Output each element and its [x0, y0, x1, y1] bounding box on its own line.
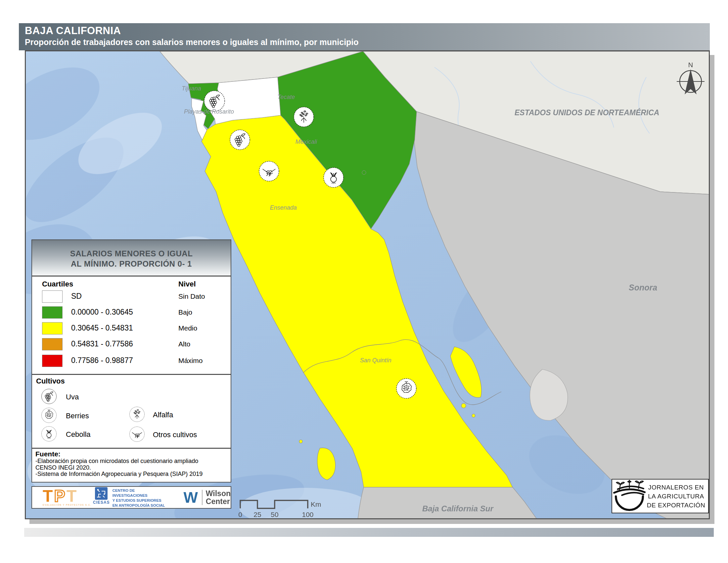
- jornaleros-text-line: JORNALEROS EN: [646, 483, 706, 492]
- other-crops-icon: [259, 161, 279, 181]
- alfalfa-icon: [294, 107, 314, 127]
- ciesas-text-line: CENTRO DE INVESTIGACIONES: [113, 488, 171, 498]
- ciesas-text-line: Y ESTUDIOS SUPERIORES: [113, 498, 171, 503]
- map-label-usa: ESTADOS UNIDOS DE NORTEAMÉRICA: [515, 108, 659, 117]
- ciesas-icon: [95, 487, 108, 500]
- legend-title-line2: AL MÍNIMO. PROPORCIÓN 0- 1: [32, 258, 231, 269]
- legend-panel: SALARIOS MENORES O IGUAL AL MÍNIMO. PROP…: [31, 239, 231, 483]
- map-label-ensenada: Ensenada: [270, 204, 297, 211]
- region-bcs: [358, 487, 538, 518]
- tpt-letter: T: [67, 487, 78, 505]
- map-label-playas: Playas de Rosarito: [184, 108, 234, 115]
- wilson-center-logo: W Wilson Center: [183, 490, 231, 505]
- legend-level: Sin Dato: [178, 293, 205, 301]
- onion-icon: [324, 167, 343, 187]
- page-title: BAJA CALIFORNIA: [25, 25, 710, 36]
- header-bar: BAJA CALIFORNIA Proporción de trabajador…: [19, 23, 710, 50]
- wilson-name-line: Wilson: [206, 490, 231, 497]
- wilson-divider: [202, 490, 203, 505]
- grape-icon: [230, 130, 250, 150]
- source-line: -Elaboración propia con microdatos del c…: [35, 458, 228, 465]
- jornaleros-text-line: LA AGRICULTURA: [646, 492, 706, 501]
- map-label-mexicali: Mexicali: [296, 138, 317, 145]
- legend-swatch-bajo: [42, 306, 63, 319]
- legend-source: Fuente: -Elaboración propia con microdat…: [32, 449, 231, 482]
- map-label-san-quintin: San Quintín: [360, 357, 391, 364]
- map-label-sonora: Sonora: [629, 283, 657, 292]
- legend-row: SD Sin Dato: [32, 291, 231, 303]
- legend-swatch-medio: [42, 322, 63, 335]
- legend-swatch-maximo: [42, 355, 63, 367]
- tpt-logo: TPT EVALUACIÓN Y PROYECTOS S.C.: [43, 489, 79, 506]
- cultivo-label: Uva: [66, 393, 79, 401]
- tpt-subtext: EVALUACIÓN Y PROYECTOS S.C.: [43, 504, 79, 506]
- legend-swatch-sd: [42, 291, 63, 303]
- legend-level: Alto: [178, 340, 190, 348]
- ciesas-text-line: EN ANTROPOLOGÍA SOCIAL: [113, 503, 171, 508]
- wilson-name-line: Center: [206, 497, 231, 505]
- jornaleros-logo-box: JORNALEROS EN LA AGRICULTURA DE EXPORTAC…: [612, 479, 709, 513]
- cultivo-label: Alfalfa: [153, 411, 173, 419]
- legend-title-line1: SALARIOS MENORES O IGUAL: [32, 248, 231, 258]
- map-label-bcs: Baja California Sur: [422, 504, 494, 513]
- legend-row: 0.00000 - 0.30645 Bajo: [32, 306, 231, 319]
- jornaleros-field-icon: [613, 480, 646, 513]
- map-label-tijuana: Tijuana: [182, 85, 201, 92]
- scale-tick-0: 0: [238, 511, 242, 518]
- legend-range: 0.77586 - 0.98877: [71, 356, 133, 365]
- legend-level: Bajo: [178, 308, 192, 316]
- ciesas-logo: CIESAS CENTRO DE INVESTIGACIONES Y ESTUD…: [93, 487, 171, 508]
- logos-box: TPT EVALUACIÓN Y PROYECTOS S.C. CIESAS: [31, 486, 231, 509]
- source-header: Fuente:: [35, 450, 228, 458]
- legend-range: SD: [71, 292, 82, 301]
- ciesas-acronym: CIESAS: [93, 500, 110, 505]
- legend-cultivos: Cultivos Uva Berries Cebolla Alfalfa Otr…: [32, 375, 231, 449]
- scale-tick-100: 100: [302, 511, 313, 518]
- grape-icon: [41, 389, 57, 404]
- green-islet: [362, 170, 366, 174]
- legend-level-header: Nivel: [178, 280, 196, 289]
- legend-range: 0.00000 - 0.30645: [71, 308, 133, 317]
- tpt-letter: P: [54, 487, 67, 505]
- scale-unit: Km: [311, 500, 321, 508]
- cultivos-header: Cultivos: [36, 377, 65, 386]
- legend-row: 0.77586 - 0.98877 Máximo: [32, 355, 231, 367]
- legend-range: 0.30645 - 0.54831: [71, 324, 133, 333]
- source-line: CENSO INEGI 2020.: [35, 465, 228, 471]
- jornaleros-text-line: DE EXPORTACIÓN: [646, 501, 706, 510]
- cultivo-label: Berries: [66, 412, 89, 420]
- wilson-w-mark: W: [183, 490, 198, 505]
- scale-tick-50: 50: [271, 511, 278, 518]
- cultivo-label: Cebolla: [66, 430, 91, 439]
- legend-level: Medio: [178, 324, 197, 332]
- scale-tick-25: 25: [253, 511, 261, 518]
- berries-icon: [396, 379, 416, 399]
- legend-swatch-alto: [42, 338, 63, 351]
- cultivo-label: Otros cultivos: [153, 431, 197, 439]
- other-crops-icon: [129, 427, 145, 442]
- tpt-letter: T: [43, 487, 54, 505]
- onion-icon: [41, 426, 57, 442]
- legend-classes: Cuartiles Nivel SD Sin Dato 0.00000 - 0.…: [32, 276, 231, 375]
- legend-range: 0.54831 - 0.77586: [71, 340, 133, 349]
- legend-quartiles-header: Cuartiles: [42, 280, 73, 289]
- alfalfa-icon: [129, 407, 145, 422]
- berries-icon: [41, 408, 57, 423]
- map-label-tecate: Tecate: [277, 94, 295, 100]
- legend-row: 0.30645 - 0.54831 Medio: [32, 322, 231, 335]
- legend-row: 0.54831 - 0.77586 Alto: [32, 338, 231, 351]
- source-line: -Sistema de Información Agropecuaria y P…: [35, 471, 228, 478]
- page-subtitle: Proporción de trabajadores con salarios …: [25, 37, 710, 47]
- legend-title: SALARIOS MENORES O IGUAL AL MÍNIMO. PROP…: [32, 240, 231, 276]
- north-label: N: [688, 61, 693, 69]
- legend-level: Máximo: [178, 357, 203, 365]
- footer-gradient-bar: [24, 528, 714, 537]
